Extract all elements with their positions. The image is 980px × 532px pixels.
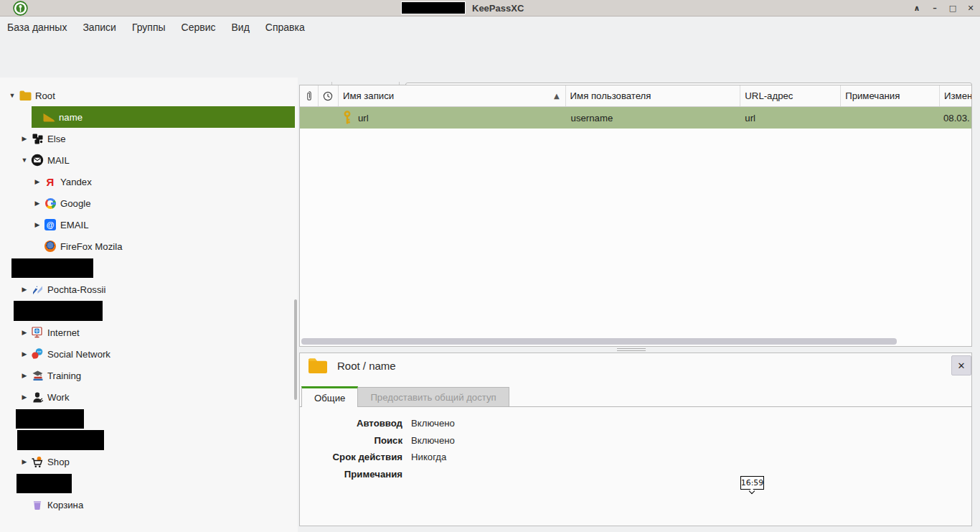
- sidebar-item-redacted[interactable]: [0, 408, 298, 429]
- chevron-right-icon[interactable]: ▶: [32, 178, 43, 185]
- field-autotype: Автоввод Включено: [300, 415, 971, 432]
- puzzle-icon: [30, 133, 44, 145]
- redacted-label: [17, 474, 72, 493]
- chevron-right-icon[interactable]: ▶: [19, 329, 30, 336]
- firefox-icon: [43, 241, 57, 252]
- yandex-icon: Я: [43, 176, 57, 188]
- field-search: Поиск Включено: [300, 432, 971, 449]
- sidebar-item-email[interactable]: ▶ @ EMAIL: [0, 214, 298, 235]
- sidebar-item-redacted[interactable]: [0, 472, 298, 494]
- shade-window-button[interactable]: ∧: [912, 4, 922, 13]
- field-notes: Примечания: [300, 466, 971, 483]
- sidebar-item-training[interactable]: ▶ Training: [0, 365, 298, 386]
- folder-icon: [18, 90, 32, 101]
- horizontal-scrollbar[interactable]: [301, 338, 897, 345]
- column-expiration[interactable]: [319, 85, 339, 106]
- column-attachments[interactable]: [300, 85, 319, 106]
- trash-icon: [30, 499, 44, 510]
- redacted-label: [14, 301, 103, 321]
- sidebar-item-shop[interactable]: ▶ Shop: [0, 451, 298, 472]
- folder-icon: [42, 112, 56, 122]
- menubar: База данных Записи Группы Сервис Вид Спр…: [0, 17, 980, 37]
- sidebar-item-yandex[interactable]: ▶ Я Yandex: [0, 171, 298, 192]
- menu-view[interactable]: Вид: [223, 22, 257, 33]
- chevron-right-icon[interactable]: ▶: [32, 200, 43, 207]
- chevron-right-icon[interactable]: ▶: [19, 135, 30, 142]
- sidebar-item-social-network[interactable]: ▶ Social Network: [0, 343, 298, 365]
- sidebar-item-mail[interactable]: ▼ MAIL: [0, 149, 298, 171]
- entry-table-header: Имя записи ▲ Имя пользователя URL-адрес …: [300, 85, 971, 107]
- menu-database[interactable]: База данных: [0, 22, 75, 33]
- window-title: KeePassXC: [472, 3, 524, 14]
- sidebar-item-redacted[interactable]: [0, 429, 298, 451]
- paperclip-icon: [306, 90, 312, 101]
- menu-groups[interactable]: Группы: [124, 22, 174, 33]
- chat-bubbles-icon: [30, 347, 44, 360]
- pochta-flags-icon: [30, 284, 44, 295]
- sidebar-item-root[interactable]: ▼ Root: [0, 85, 298, 106]
- menu-tools[interactable]: Сервис: [174, 22, 224, 33]
- sidebar-item-name[interactable]: name: [0, 106, 298, 128]
- chevron-down-icon[interactable]: ▼: [19, 157, 30, 164]
- sidebar-item-pochta-rossii[interactable]: ▶ Pochta-Rossii: [0, 279, 298, 300]
- sidebar-item-redacted[interactable]: [0, 300, 298, 322]
- field-expiration: Срок действия Никогда: [300, 449, 971, 466]
- entry-row[interactable]: url username url 08.03.: [300, 107, 971, 129]
- tab-share[interactable]: Предоставить общий доступ: [358, 387, 509, 407]
- sidebar-item-else[interactable]: ▶ Else: [0, 128, 298, 149]
- sidebar-item-firefox[interactable]: FireFox Mozila: [0, 235, 298, 257]
- chevron-right-icon[interactable]: ▶: [32, 221, 43, 228]
- redacted-label: [17, 430, 104, 450]
- entry-table: Имя записи ▲ Имя пользователя URL-адрес …: [299, 85, 972, 347]
- minimize-window-button[interactable]: –: [930, 4, 940, 13]
- column-url[interactable]: URL-адрес: [740, 85, 841, 106]
- sidebar-scrollbar[interactable]: [294, 299, 297, 400]
- sidebar-item-recycle-bin[interactable]: Корзина: [0, 494, 298, 515]
- group-tree-panel: ▼ Root name ▶ Else ▼: [0, 78, 298, 532]
- sidebar-item-google[interactable]: ▶ Google: [0, 192, 298, 214]
- tab-general[interactable]: Общие: [301, 386, 358, 407]
- google-icon: [43, 198, 57, 209]
- column-entry-name[interactable]: Имя записи ▲: [339, 85, 566, 106]
- folder-icon: [308, 358, 328, 374]
- envelope-icon: [30, 154, 44, 167]
- internet-monitor-icon: [30, 326, 44, 339]
- clock-icon: [323, 91, 333, 101]
- graduation-books-icon: [30, 370, 44, 382]
- chevron-right-icon[interactable]: ▶: [19, 286, 30, 293]
- worker-icon: [30, 391, 44, 403]
- menu-entries[interactable]: Записи: [75, 22, 123, 33]
- column-username[interactable]: Имя пользователя: [566, 85, 741, 106]
- shopping-cart-icon: [30, 456, 44, 468]
- key-icon: [343, 111, 352, 126]
- redacted-database-name: [401, 1, 466, 14]
- chevron-right-icon[interactable]: ▶: [19, 372, 30, 379]
- maximize-window-button[interactable]: □: [948, 4, 958, 13]
- sidebar-item-internet[interactable]: ▶ Internet: [0, 322, 298, 343]
- sidebar-item-redacted[interactable]: [0, 257, 298, 279]
- sort-ascending-icon[interactable]: ▲: [554, 92, 560, 100]
- column-notes[interactable]: Примечания: [841, 85, 940, 106]
- close-window-button[interactable]: ✕: [966, 4, 976, 13]
- splitter-handle[interactable]: [617, 348, 646, 351]
- titlebar: KeePassXC ∧ – □ ✕: [0, 0, 980, 17]
- toolbar: ?: [0, 37, 980, 78]
- close-preview-button[interactable]: ✕: [951, 355, 971, 375]
- entry-preview-panel: Root / name ✕ Общие Предоставить общий д…: [299, 353, 972, 526]
- redacted-label: [16, 409, 84, 429]
- redacted-label: [11, 258, 93, 278]
- mailru-at-icon: @: [43, 219, 57, 230]
- chevron-right-icon[interactable]: ▶: [19, 350, 30, 358]
- menu-help[interactable]: Справка: [258, 22, 313, 33]
- sidebar-item-work[interactable]: ▶ Work: [0, 386, 298, 408]
- chevron-down-icon[interactable]: ▼: [6, 92, 18, 99]
- time-tooltip: 16:59: [740, 476, 764, 490]
- keepassxc-logo-icon: [13, 1, 28, 16]
- chevron-right-icon[interactable]: ▶: [19, 458, 30, 465]
- chevron-right-icon[interactable]: ▶: [19, 393, 30, 401]
- column-modified[interactable]: Изменено: [940, 85, 971, 106]
- group-breadcrumb: Root / name: [337, 360, 396, 372]
